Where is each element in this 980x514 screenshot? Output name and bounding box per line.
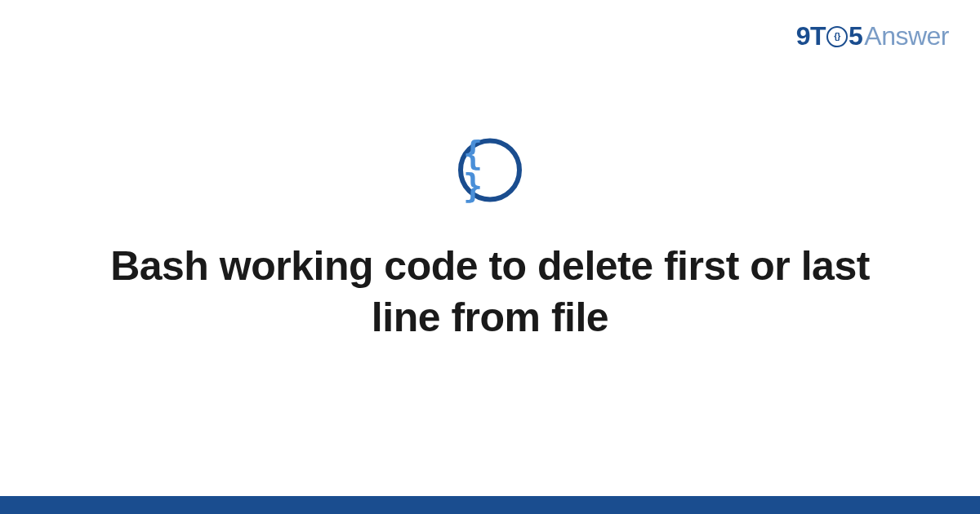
braces-glyph: { }	[463, 137, 517, 202]
brand-suffix: 5	[849, 21, 862, 51]
code-braces-icon: { }	[458, 138, 522, 202]
footer-bar	[0, 496, 980, 514]
main-content: { } Bash working code to delete first or…	[0, 138, 980, 343]
brand-ring-icon: {}	[826, 26, 848, 47]
brand-prefix: 9T	[796, 21, 826, 51]
page-title: Bash working code to delete first or las…	[98, 241, 882, 343]
ring-icon	[826, 26, 848, 47]
brand-word: Answer	[864, 21, 949, 51]
brand-logo: 9T {} 5 Answer	[796, 21, 949, 51]
